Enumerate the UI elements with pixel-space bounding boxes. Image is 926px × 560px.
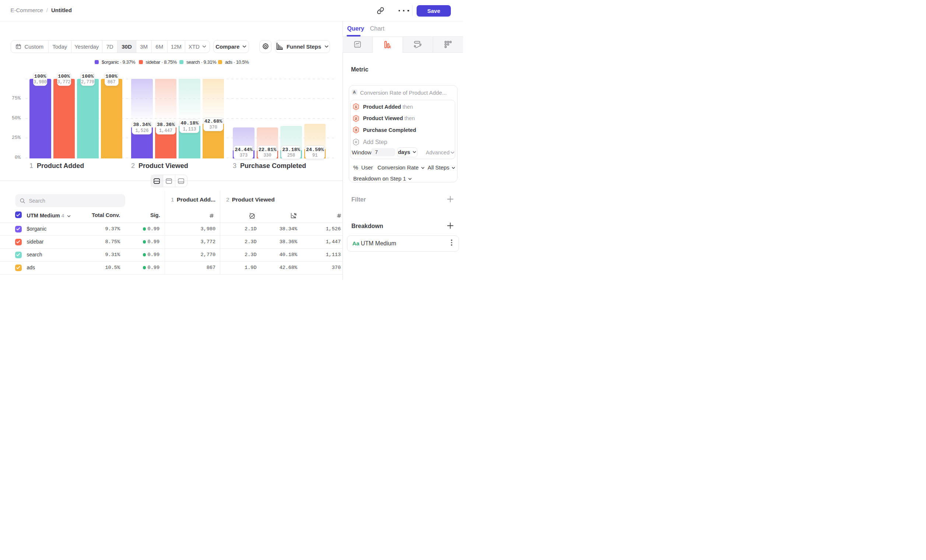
svg-text:2: 2	[355, 116, 357, 120]
svg-text:1: 1	[355, 104, 357, 109]
svg-text:3: 3	[355, 128, 357, 132]
